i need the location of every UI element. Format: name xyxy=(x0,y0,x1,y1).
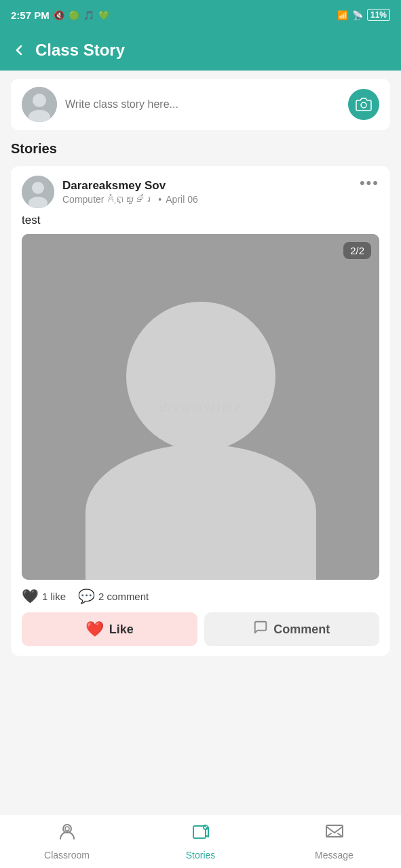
reactions-row: 🖤 1 like 💬 2 comment xyxy=(22,588,379,604)
bottom-navigation: Classroom Stories Message xyxy=(0,814,401,868)
story-header: Darareaksmey Sov Computer កុំព្យូទ័រ • A… xyxy=(22,176,379,208)
tiktok-icon: 🎵 xyxy=(83,10,94,20)
message-nav-label: Message xyxy=(315,850,354,861)
nav-item-stories[interactable]: Stories xyxy=(174,822,228,861)
write-story-input[interactable] xyxy=(65,98,340,111)
svg-point-5 xyxy=(32,182,44,194)
signal-icon: 📶 xyxy=(337,10,348,20)
avatar-placeholder-body xyxy=(85,444,316,580)
story-author-avatar xyxy=(22,176,54,208)
image-counter: 2/2 xyxy=(343,242,371,259)
battery-icon: 11% xyxy=(367,9,390,21)
story-date: April 06 xyxy=(166,194,197,205)
story-image: dreamstime 2/2 xyxy=(22,234,379,580)
svg-point-8 xyxy=(65,827,69,831)
comment-count-icon: 💬 xyxy=(78,588,95,604)
current-user-avatar xyxy=(22,87,57,122)
page-title: Class Story xyxy=(35,41,125,60)
nav-item-classroom[interactable]: Classroom xyxy=(40,822,94,861)
svg-point-3 xyxy=(361,102,366,108)
write-story-box xyxy=(11,79,390,130)
status-time: 2:57 PM 🔇 🟢 🎵 💚 xyxy=(11,9,109,21)
more-options-button[interactable]: ••• xyxy=(360,176,379,191)
comment-button[interactable]: Comment xyxy=(204,612,380,646)
meta-dot: • xyxy=(158,194,161,205)
camera-button[interactable] xyxy=(348,89,379,120)
heart-icon: 🖤 xyxy=(22,588,39,604)
message-icon xyxy=(324,822,345,847)
app-icon: 💚 xyxy=(98,10,109,20)
classroom-nav-label: Classroom xyxy=(44,850,90,861)
like-button[interactable]: ❤️ Like xyxy=(22,612,197,646)
story-class: Computer កុំព្យូទ័រ xyxy=(62,194,154,205)
action-buttons: ❤️ Like Comment xyxy=(22,612,379,646)
svg-point-1 xyxy=(33,94,46,107)
story-author-name: Darareaksmey Sov xyxy=(62,179,198,193)
comment-bubble-icon xyxy=(253,620,268,639)
like-heart-icon: ❤️ xyxy=(85,620,104,638)
mute-icon: 🔇 xyxy=(54,10,64,20)
classroom-icon xyxy=(57,822,77,847)
story-card: Darareaksmey Sov Computer កុំព្យូទ័រ • A… xyxy=(11,166,390,656)
story-user-info: Darareaksmey Sov Computer កុំព្យូទ័រ • A… xyxy=(22,176,198,208)
story-meta: Computer កុំព្យូទ័រ • April 06 xyxy=(62,194,198,205)
nav-item-message[interactable]: Message xyxy=(307,822,362,861)
status-indicators: 📶 📡 11% xyxy=(337,9,390,21)
likes-count: 🖤 1 like xyxy=(22,588,66,604)
notification-icon: 🟢 xyxy=(69,10,79,20)
story-text: test xyxy=(22,214,379,227)
main-content: Stories Darareaksmey Sov Computer កុំព្យ… xyxy=(0,71,401,732)
header: Class Story xyxy=(0,30,401,71)
stories-nav-label: Stories xyxy=(186,850,216,861)
comments-count: 💬 2 comment xyxy=(78,588,149,604)
wifi-icon: 📡 xyxy=(352,10,363,20)
time-display: 2:57 PM xyxy=(11,9,50,21)
back-button[interactable] xyxy=(11,42,27,58)
stories-section-label: Stories xyxy=(11,141,390,157)
stories-icon xyxy=(191,822,211,847)
avatar-placeholder-head xyxy=(126,302,275,451)
status-bar: 2:57 PM 🔇 🟢 🎵 💚 📶 📡 11% xyxy=(0,0,401,30)
